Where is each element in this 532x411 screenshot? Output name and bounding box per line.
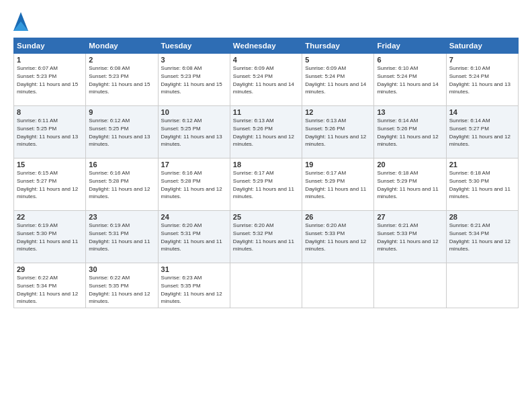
header-cell-monday: Monday (86, 38, 158, 54)
day-cell: 4 Sunrise: 6:09 AMSunset: 5:24 PMDayligh… (230, 54, 302, 106)
day-number: 28 (449, 213, 515, 221)
day-number: 1 (17, 56, 83, 64)
day-cell: 7 Sunrise: 6:10 AMSunset: 5:24 PMDayligh… (446, 54, 518, 106)
day-cell: 30 Sunrise: 6:22 AMSunset: 5:35 PMDaylig… (86, 263, 158, 308)
day-number: 30 (89, 265, 154, 273)
day-cell: 17 Sunrise: 6:16 AMSunset: 5:28 PMDaylig… (158, 158, 230, 211)
day-number: 13 (377, 108, 443, 116)
day-info: Sunrise: 6:22 AMSunset: 5:34 PMDaylight:… (17, 275, 78, 304)
header-cell-wednesday: Wednesday (230, 38, 302, 54)
day-cell: 18 Sunrise: 6:17 AMSunset: 5:29 PMDaylig… (230, 158, 302, 211)
day-info: Sunrise: 6:18 AMSunset: 5:29 PMDaylight:… (377, 170, 438, 199)
day-cell: 24 Sunrise: 6:20 AMSunset: 5:31 PMDaylig… (158, 211, 230, 263)
day-number: 5 (305, 56, 371, 64)
day-number: 8 (17, 108, 83, 116)
day-number: 2 (89, 56, 154, 64)
calendar-table: SundayMondayTuesdayWednesdayThursdayFrid… (13, 38, 519, 308)
day-number: 26 (305, 213, 371, 221)
day-number: 16 (89, 161, 154, 169)
day-cell: 25 Sunrise: 6:20 AMSunset: 5:32 PMDaylig… (230, 211, 302, 263)
day-cell: 1 Sunrise: 6:07 AMSunset: 5:23 PMDayligh… (14, 54, 86, 106)
day-number: 25 (233, 213, 299, 221)
day-number: 18 (233, 161, 299, 169)
calendar-header: SundayMondayTuesdayWednesdayThursdayFrid… (14, 38, 519, 54)
day-info: Sunrise: 6:12 AMSunset: 5:25 PMDaylight:… (89, 118, 150, 147)
day-number: 17 (161, 161, 227, 169)
day-number: 7 (449, 56, 515, 64)
day-cell (302, 263, 374, 308)
day-cell: 13 Sunrise: 6:14 AMSunset: 5:26 PMDaylig… (374, 106, 446, 158)
day-info: Sunrise: 6:20 AMSunset: 5:33 PMDaylight:… (305, 222, 366, 252)
logo (13, 12, 31, 31)
day-cell: 31 Sunrise: 6:23 AMSunset: 5:35 PMDaylig… (158, 263, 230, 308)
day-number: 15 (17, 161, 83, 169)
day-number: 27 (377, 213, 443, 221)
day-cell: 26 Sunrise: 6:20 AMSunset: 5:33 PMDaylig… (302, 211, 374, 263)
day-number: 19 (305, 161, 371, 169)
week-row-5: 29 Sunrise: 6:22 AMSunset: 5:34 PMDaylig… (14, 263, 519, 308)
day-number: 22 (17, 213, 83, 221)
day-info: Sunrise: 6:23 AMSunset: 5:35 PMDaylight:… (161, 275, 222, 304)
day-info: Sunrise: 6:10 AMSunset: 5:24 PMDaylight:… (449, 65, 511, 95)
day-info: Sunrise: 6:15 AMSunset: 5:27 PMDaylight:… (17, 170, 78, 199)
day-info: Sunrise: 6:14 AMSunset: 5:26 PMDaylight:… (377, 118, 438, 147)
day-cell: 6 Sunrise: 6:10 AMSunset: 5:24 PMDayligh… (374, 54, 446, 106)
day-cell: 11 Sunrise: 6:13 AMSunset: 5:26 PMDaylig… (230, 106, 302, 158)
logo-icon (13, 12, 28, 31)
day-number: 12 (305, 108, 371, 116)
day-number: 4 (233, 56, 299, 64)
day-info: Sunrise: 6:08 AMSunset: 5:23 PMDaylight:… (89, 65, 150, 95)
day-info: Sunrise: 6:09 AMSunset: 5:24 PMDaylight:… (233, 65, 294, 95)
day-info: Sunrise: 6:16 AMSunset: 5:28 PMDaylight:… (89, 170, 150, 199)
header-cell-thursday: Thursday (302, 38, 374, 54)
header-row: SundayMondayTuesdayWednesdayThursdayFrid… (14, 38, 519, 54)
week-row-1: 1 Sunrise: 6:07 AMSunset: 5:23 PMDayligh… (14, 54, 519, 106)
day-info: Sunrise: 6:16 AMSunset: 5:28 PMDaylight:… (161, 170, 222, 199)
day-info: Sunrise: 6:08 AMSunset: 5:23 PMDaylight:… (161, 65, 222, 95)
day-info: Sunrise: 6:22 AMSunset: 5:35 PMDaylight:… (89, 275, 150, 304)
day-cell: 12 Sunrise: 6:13 AMSunset: 5:26 PMDaylig… (302, 106, 374, 158)
day-number: 9 (89, 108, 154, 116)
day-cell: 20 Sunrise: 6:18 AMSunset: 5:29 PMDaylig… (374, 158, 446, 211)
day-info: Sunrise: 6:20 AMSunset: 5:31 PMDaylight:… (161, 222, 222, 252)
day-cell: 5 Sunrise: 6:09 AMSunset: 5:24 PMDayligh… (302, 54, 374, 106)
day-info: Sunrise: 6:17 AMSunset: 5:29 PMDaylight:… (305, 170, 366, 199)
day-cell: 23 Sunrise: 6:19 AMSunset: 5:31 PMDaylig… (86, 211, 158, 263)
day-cell: 21 Sunrise: 6:18 AMSunset: 5:30 PMDaylig… (446, 158, 518, 211)
day-cell: 28 Sunrise: 6:21 AMSunset: 5:34 PMDaylig… (446, 211, 518, 263)
day-cell: 8 Sunrise: 6:11 AMSunset: 5:25 PMDayligh… (14, 106, 86, 158)
day-info: Sunrise: 6:13 AMSunset: 5:26 PMDaylight:… (233, 118, 294, 147)
header-cell-friday: Friday (374, 38, 446, 54)
calendar-body: 1 Sunrise: 6:07 AMSunset: 5:23 PMDayligh… (14, 54, 519, 308)
day-info: Sunrise: 6:21 AMSunset: 5:34 PMDaylight:… (449, 222, 511, 252)
day-info: Sunrise: 6:14 AMSunset: 5:27 PMDaylight:… (449, 118, 511, 147)
day-info: Sunrise: 6:17 AMSunset: 5:29 PMDaylight:… (233, 170, 294, 199)
day-info: Sunrise: 6:07 AMSunset: 5:23 PMDaylight:… (17, 65, 78, 95)
day-number: 20 (377, 161, 443, 169)
header (13, 12, 519, 31)
day-info: Sunrise: 6:11 AMSunset: 5:25 PMDaylight:… (17, 118, 78, 147)
day-info: Sunrise: 6:13 AMSunset: 5:26 PMDaylight:… (305, 118, 366, 147)
day-cell: 19 Sunrise: 6:17 AMSunset: 5:29 PMDaylig… (302, 158, 374, 211)
day-cell: 14 Sunrise: 6:14 AMSunset: 5:27 PMDaylig… (446, 106, 518, 158)
day-number: 29 (17, 265, 83, 273)
day-number: 14 (449, 108, 515, 116)
day-cell: 2 Sunrise: 6:08 AMSunset: 5:23 PMDayligh… (86, 54, 158, 106)
day-info: Sunrise: 6:20 AMSunset: 5:32 PMDaylight:… (233, 222, 294, 252)
day-info: Sunrise: 6:18 AMSunset: 5:30 PMDaylight:… (449, 170, 511, 199)
day-info: Sunrise: 6:10 AMSunset: 5:24 PMDaylight:… (377, 65, 438, 95)
day-number: 21 (449, 161, 515, 169)
header-cell-tuesday: Tuesday (158, 38, 230, 54)
header-cell-saturday: Saturday (446, 38, 518, 54)
day-cell: 16 Sunrise: 6:16 AMSunset: 5:28 PMDaylig… (86, 158, 158, 211)
day-number: 10 (161, 108, 227, 116)
day-info: Sunrise: 6:19 AMSunset: 5:31 PMDaylight:… (89, 222, 150, 252)
day-number: 31 (161, 265, 227, 273)
day-number: 11 (233, 108, 299, 116)
day-cell: 22 Sunrise: 6:19 AMSunset: 5:30 PMDaylig… (14, 211, 86, 263)
day-info: Sunrise: 6:12 AMSunset: 5:25 PMDaylight:… (161, 118, 222, 147)
day-cell: 9 Sunrise: 6:12 AMSunset: 5:25 PMDayligh… (86, 106, 158, 158)
week-row-4: 22 Sunrise: 6:19 AMSunset: 5:30 PMDaylig… (14, 211, 519, 263)
day-number: 24 (161, 213, 227, 221)
day-cell: 27 Sunrise: 6:21 AMSunset: 5:33 PMDaylig… (374, 211, 446, 263)
